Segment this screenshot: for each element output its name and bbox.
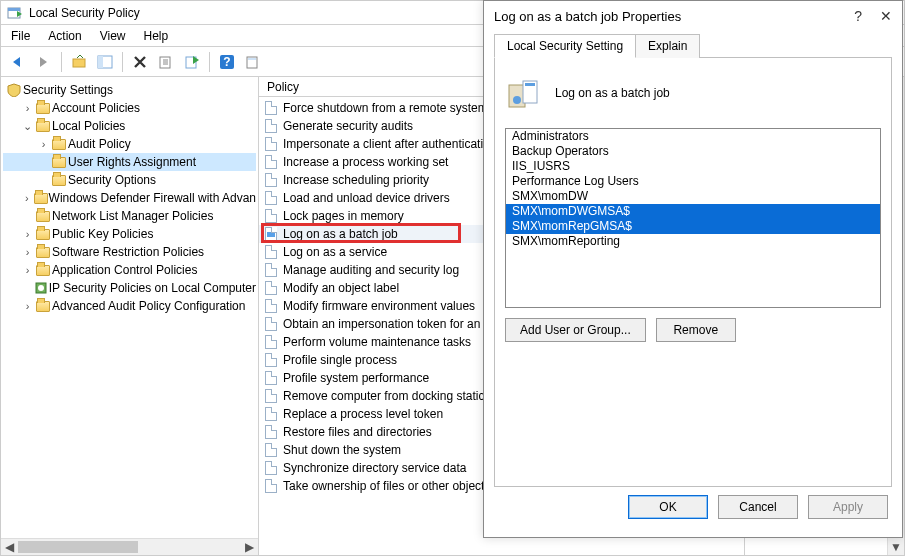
menu-help[interactable]: Help: [144, 29, 169, 43]
user-list-row[interactable]: IIS_IUSRS: [506, 159, 880, 174]
policy-doc-icon: [265, 425, 277, 439]
help-icon[interactable]: ?: [854, 8, 862, 24]
user-list-row[interactable]: Administrators: [506, 129, 880, 144]
tree-item[interactable]: ›Windows Defender Firewall with Advan: [3, 189, 256, 207]
policy-doc-icon: [265, 389, 277, 403]
delete-button[interactable]: [129, 51, 151, 73]
policy-doc-icon: [265, 155, 277, 169]
list-row-label: Impersonate a client after authenticati: [283, 137, 483, 151]
list-row-label: Generate security audits: [283, 119, 413, 133]
policy-doc-icon: [265, 317, 277, 331]
menu-view[interactable]: View: [100, 29, 126, 43]
user-list-row[interactable]: SMX\momDWGMSA$: [506, 204, 880, 219]
list-row-label: Modify firmware environment values: [283, 299, 475, 313]
user-list-row[interactable]: SMX\momReporting: [506, 234, 880, 249]
list-row-label: Obtain an impersonation token for an: [283, 317, 480, 331]
show-hide-tree-button[interactable]: [94, 51, 116, 73]
toolbar-separator: [61, 52, 62, 72]
expand-icon[interactable]: ›: [21, 300, 34, 312]
tab-local-security-setting[interactable]: Local Security Setting: [494, 34, 636, 58]
expand-icon[interactable]: ›: [21, 264, 34, 276]
close-icon[interactable]: ✕: [880, 8, 892, 24]
scroll-left-icon[interactable]: ◀: [1, 539, 18, 555]
list-row-label: Replace a process level token: [283, 407, 443, 421]
tree-item[interactable]: ›Application Control Policies: [3, 261, 256, 279]
ok-button[interactable]: OK: [628, 495, 708, 519]
list-row-label: Synchronize directory service data: [283, 461, 466, 475]
tree-item-label: Software Restriction Policies: [52, 245, 204, 259]
policy-icon: [505, 75, 541, 111]
expand-icon[interactable]: ›: [21, 228, 34, 240]
folder-icon: [33, 193, 49, 204]
apply-button[interactable]: Apply: [808, 495, 888, 519]
tree-item[interactable]: ⌄Local Policies: [3, 117, 256, 135]
back-button[interactable]: [7, 51, 29, 73]
tree-item[interactable]: ›Audit Policy: [3, 135, 256, 153]
policy-doc-icon: [265, 119, 277, 133]
scroll-right-icon[interactable]: ▶: [241, 539, 258, 555]
user-list[interactable]: AdministratorsBackup OperatorsIIS_IUSRSP…: [505, 128, 881, 308]
policy-doc-icon: [265, 299, 277, 313]
refresh-button[interactable]: [155, 51, 177, 73]
tree-item-label: Application Control Policies: [52, 263, 197, 277]
tree-item-label: IP Security Policies on Local Computer: [49, 281, 256, 295]
dialog-title: Log on as a batch job Properties: [494, 9, 681, 24]
folder-icon: [34, 247, 52, 258]
tree-root-label: Security Settings: [23, 83, 113, 97]
expand-icon[interactable]: ›: [21, 192, 33, 204]
export-list-button[interactable]: [181, 51, 203, 73]
policy-doc-icon: [265, 479, 277, 493]
user-list-row[interactable]: SMX\momRepGMSA$: [506, 219, 880, 234]
help-button[interactable]: ?: [216, 51, 238, 73]
cancel-button[interactable]: Cancel: [718, 495, 798, 519]
up-button[interactable]: [68, 51, 90, 73]
collapse-icon[interactable]: ⌄: [21, 120, 34, 133]
tree-item[interactable]: ›Advanced Audit Policy Configuration: [3, 297, 256, 315]
tree-item[interactable]: User Rights Assignment: [3, 153, 256, 171]
policy-doc-icon: [265, 191, 277, 205]
tree-item[interactable]: ›Public Key Policies: [3, 225, 256, 243]
policy-doc-icon: [265, 101, 277, 115]
tree-item[interactable]: ›Account Policies: [3, 99, 256, 117]
dialog-tabs: Local Security Setting Explain: [494, 33, 892, 58]
policy-doc-icon: [265, 281, 277, 295]
list-row-label: Load and unload device drivers: [283, 191, 450, 205]
folder-icon: [50, 175, 68, 186]
add-user-button[interactable]: Add User or Group...: [505, 318, 646, 342]
properties-button[interactable]: [242, 51, 264, 73]
user-list-row[interactable]: SMX\momDW: [506, 189, 880, 204]
policy-doc-icon: [265, 335, 277, 349]
remove-button[interactable]: Remove: [656, 318, 736, 342]
tab-explain[interactable]: Explain: [635, 34, 700, 58]
dialog-title-bar: Log on as a batch job Properties ? ✕: [484, 1, 902, 31]
policy-doc-icon: [265, 371, 277, 385]
user-list-row[interactable]: Performance Log Users: [506, 174, 880, 189]
scroll-thumb[interactable]: [18, 541, 138, 553]
expand-icon[interactable]: ›: [21, 246, 34, 258]
tree-item-label: Advanced Audit Policy Configuration: [52, 299, 245, 313]
tree-item[interactable]: Network List Manager Policies: [3, 207, 256, 225]
tree-item[interactable]: ›Software Restriction Policies: [3, 243, 256, 261]
svg-rect-1: [8, 8, 20, 11]
list-header-label: Policy: [267, 80, 299, 94]
list-row-label: Profile single process: [283, 353, 397, 367]
tree-item-label: User Rights Assignment: [68, 155, 196, 169]
tree-item[interactable]: IP Security Policies on Local Computer: [3, 279, 256, 297]
menu-file[interactable]: File: [11, 29, 30, 43]
scroll-down-icon[interactable]: ▼: [888, 538, 904, 555]
toolbar-separator: [209, 52, 210, 72]
forward-button[interactable]: [33, 51, 55, 73]
tree-item[interactable]: Security Options: [3, 171, 256, 189]
user-list-row[interactable]: Backup Operators: [506, 144, 880, 159]
tree-pane: Security Settings ›Account Policies⌄Loca…: [1, 77, 259, 555]
menu-action[interactable]: Action: [48, 29, 81, 43]
list-row-label: Remove computer from docking static: [283, 389, 484, 403]
expand-icon[interactable]: ›: [21, 102, 34, 114]
list-row-label: Lock pages in memory: [283, 209, 404, 223]
expand-icon[interactable]: ›: [37, 138, 50, 150]
tree-root[interactable]: Security Settings: [3, 81, 256, 99]
policy-doc-icon: [265, 227, 277, 241]
toolbar-separator: [122, 52, 123, 72]
policy-doc-icon: [265, 173, 277, 187]
tree-h-scrollbar[interactable]: ◀ ▶: [1, 538, 258, 555]
